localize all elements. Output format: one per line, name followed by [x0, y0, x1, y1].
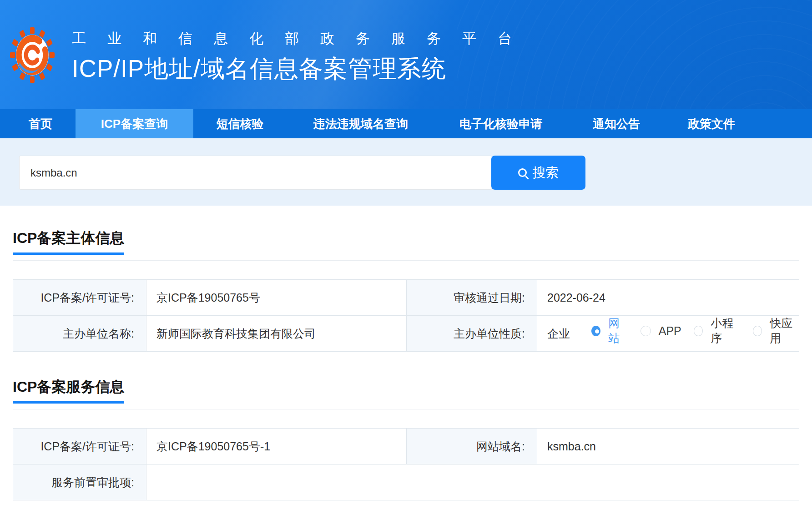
field-value	[146, 465, 799, 500]
field-value: ksmba.cn	[537, 429, 799, 465]
service-info-table: ICP备案/许可证号: 京ICP备19050765号-1 网站域名: ksmba…	[13, 428, 799, 500]
search-type-radio-group: 网站 APP 小程序 快应用	[591, 316, 812, 346]
section-divider	[13, 260, 799, 261]
table-row: ICP备案/许可证号: 京ICP备19050765号-1 网站域名: ksmba…	[13, 429, 799, 465]
radio-miniprogram[interactable]: 小程序	[694, 316, 741, 346]
field-label: 网站域名:	[407, 429, 537, 465]
table-row: ICP备案/许可证号: 京ICP备19050765号 审核通过日期: 2022-…	[13, 280, 799, 316]
search-section: 搜索 网站 APP 小程序 快应用	[0, 138, 812, 206]
radio-unselected-icon	[641, 326, 651, 336]
field-label: ICP备案/许可证号:	[13, 280, 146, 316]
miit-logo-icon	[10, 27, 55, 85]
field-value: 2022-06-24	[537, 280, 799, 316]
radio-unselected-icon	[753, 326, 762, 336]
section-divider	[13, 409, 799, 409]
nav-tab-illegal-domain-query[interactable]: 违法违规域名查询	[287, 109, 435, 138]
nav-tab-sms-verify[interactable]: 短信核验	[193, 109, 287, 138]
platform-title: 工业和信息化部政务服务平台	[72, 29, 533, 48]
field-label: ICP备案/许可证号:	[13, 429, 146, 465]
main-nav: 首页 ICP备案查询 短信核验 违法违规域名查询 电子化核验申请 通知公告 政策…	[0, 109, 812, 138]
field-value: 京ICP备19050765号	[146, 280, 407, 316]
search-button-label: 搜索	[533, 164, 559, 182]
subject-info-title: ICP备案主体信息	[13, 228, 124, 255]
radio-quickapp[interactable]: 快应用	[753, 316, 800, 346]
radio-app[interactable]: APP	[641, 324, 681, 338]
nav-tab-notices[interactable]: 通知公告	[567, 109, 666, 138]
radio-website[interactable]: 网站	[591, 316, 628, 346]
search-icon	[518, 168, 527, 177]
search-input[interactable]	[19, 156, 491, 190]
nav-tab-policy-files[interactable]: 政策文件	[666, 109, 757, 138]
system-title: ICP/IP地址/域名信息备案管理系统	[72, 53, 533, 86]
field-label: 服务前置审批项:	[13, 465, 146, 500]
service-info-section-header: ICP备案服务信息	[13, 377, 799, 409]
radio-selected-icon	[591, 326, 600, 336]
search-button[interactable]: 搜索	[491, 156, 585, 190]
nav-tab-home[interactable]: 首页	[5, 109, 76, 138]
field-label: 主办单位名称:	[13, 316, 146, 352]
site-header: 工业和信息化部政务服务平台 ICP/IP地址/域名信息备案管理系统	[0, 0, 812, 109]
field-value: 京ICP备19050765号-1	[146, 429, 407, 465]
radio-unselected-icon	[694, 326, 703, 336]
field-label: 主办单位性质:	[407, 316, 537, 352]
field-label: 审核通过日期:	[407, 280, 537, 316]
service-info-title: ICP备案服务信息	[13, 377, 124, 404]
field-value: 新师国际教育科技集团有限公司	[146, 316, 407, 352]
nav-tab-icp-query[interactable]: ICP备案查询	[76, 109, 193, 138]
nav-tab-electronic-verify[interactable]: 电子化核验申请	[435, 109, 567, 138]
table-row: 服务前置审批项:	[13, 465, 799, 500]
subject-info-section-header: ICP备案主体信息	[13, 228, 799, 261]
content-area: ICP备案主体信息 ICP备案/许可证号: 京ICP备19050765号 审核通…	[0, 228, 812, 500]
